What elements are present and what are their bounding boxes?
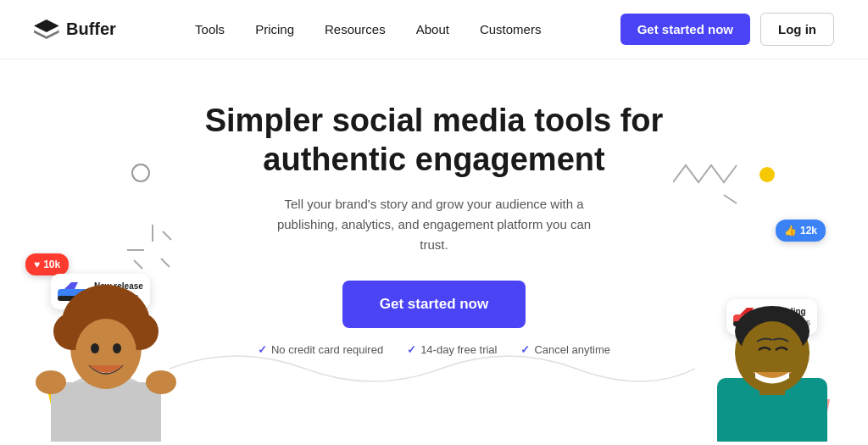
feature-no-credit: ✓ No credit card required — [258, 343, 383, 356]
nav-login-button[interactable]: Log in — [760, 13, 834, 46]
hero-title: Simpler social media tools for authentic… — [205, 102, 664, 179]
nav-item-pricing[interactable]: Pricing — [255, 22, 294, 37]
nav-actions: Get started now Log in — [620, 13, 834, 46]
hero-subtitle: Tell your brand's story and grow your au… — [264, 194, 604, 255]
logo[interactable]: Buffer — [34, 19, 116, 40]
navbar: Buffer Tools Pricing Resources About Cus… — [0, 0, 868, 59]
hero-title-line1: Simpler social media tools for — [205, 103, 664, 138]
nav-item-customers[interactable]: Customers — [480, 22, 542, 37]
hero-features: ✓ No credit card required ✓ 14-day free … — [258, 343, 610, 356]
hero-section: Simpler social media tools for authentic… — [0, 59, 868, 356]
feature-cancel: ✓ Cancel anytime — [520, 343, 610, 356]
nav-item-resources[interactable]: Resources — [325, 22, 386, 37]
svg-point-19 — [36, 370, 66, 394]
buffer-logo-icon — [34, 19, 59, 40]
nav-link-tools[interactable]: Tools — [195, 22, 225, 36]
nav-link-customers[interactable]: Customers — [480, 22, 542, 36]
hero-title-line2: authentic engagement — [263, 142, 604, 177]
feature-cancel-text: Cancel anytime — [534, 343, 610, 356]
nav-link-about[interactable]: About — [416, 22, 449, 36]
check-icon-1: ✓ — [258, 343, 267, 356]
feature-trial: ✓ 14-day free trial — [407, 343, 497, 356]
hero-wrapper: Simpler social media tools for authentic… — [0, 59, 868, 445]
brand-name: Buffer — [66, 19, 116, 39]
svg-rect-8 — [51, 382, 161, 442]
hero-get-started-button[interactable]: Get started now — [342, 281, 526, 328]
feature-no-credit-text: No credit card required — [271, 343, 383, 356]
feature-trial-text: 14-day free trial — [420, 343, 497, 356]
nav-link-pricing[interactable]: Pricing — [255, 22, 294, 36]
nav-links: Tools Pricing Resources About Customers — [195, 22, 541, 37]
nav-get-started-button[interactable]: Get started now — [620, 14, 750, 45]
nav-link-resources[interactable]: Resources — [325, 22, 386, 36]
check-icon-3: ✓ — [520, 343, 530, 356]
svg-point-20 — [146, 370, 176, 394]
nav-item-about[interactable]: About — [416, 22, 449, 37]
nav-item-tools[interactable]: Tools — [195, 22, 225, 37]
check-icon-2: ✓ — [407, 343, 416, 356]
